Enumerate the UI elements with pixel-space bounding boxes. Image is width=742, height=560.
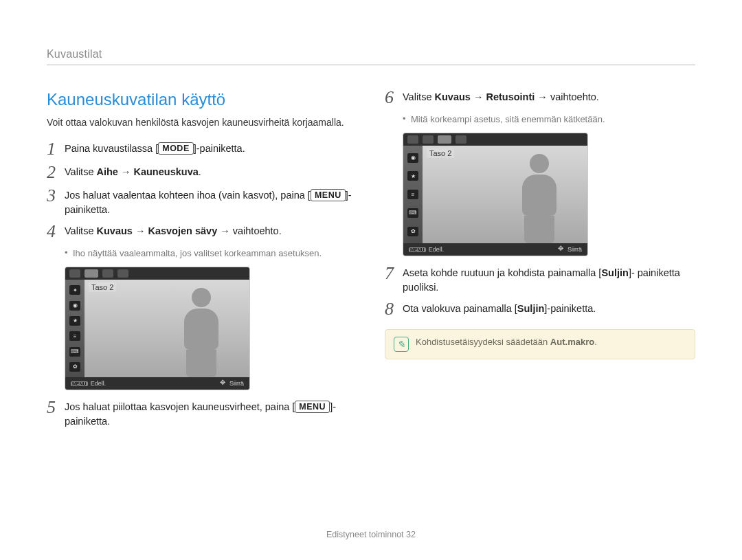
step-3: 3 Jos haluat vaalentaa kohteen ihoa (vai…: [47, 188, 357, 217]
right-column: 6 Valitse Kuvaus → Retusointi → vaihtoeh…: [385, 90, 695, 436]
screenshot-sidebar: ◉ ★ ≡ ⌨ ✿: [403, 146, 423, 243]
top-icon: [407, 135, 418, 144]
note-pre: Kohdistusetäisyydeksi säädetään: [416, 337, 550, 347]
sidebar-icon: ★: [69, 316, 80, 326]
sidebar-icon: ◉: [69, 301, 80, 311]
step-4-sub: Iho näyttää vaaleammalta, jos valitset k…: [65, 247, 357, 260]
footer-section: Edistyneet toiminnot: [326, 530, 404, 539]
step-7: 7 Aseta kohde ruutuun ja kohdista painam…: [385, 266, 695, 295]
step-number: 3: [47, 187, 65, 205]
menu-button-label: MENU: [311, 189, 346, 201]
sidebar-icon: ⌨: [407, 208, 418, 218]
step-bold: Retusointi: [486, 91, 535, 102]
page-footer: Edistyneet toiminnot 32: [0, 530, 742, 539]
nav-icon: [558, 246, 565, 253]
sidebar-icon: ✿: [69, 362, 80, 372]
menu-button-label: MENU: [295, 401, 330, 413]
step-text: →: [471, 91, 486, 102]
menu-icon: MENU: [71, 381, 88, 386]
step-text: .: [199, 166, 201, 177]
step-number: 8: [385, 300, 403, 318]
page-title: Kauneuskuvatilan käyttö: [47, 90, 357, 109]
step-4: 4 Valitse Kuvaus → Kasvojen sävy → vaiht…: [47, 224, 357, 240]
step-2: 2 Valitse Aihe → Kauneuskuva.: [47, 165, 357, 181]
screenshot-bottombar: MENUEdell. Siirrä: [65, 377, 249, 390]
footer-page: 32: [406, 530, 416, 539]
step-text: Jos haluat piilottaa kasvojen kauneusvir…: [65, 401, 295, 412]
menu-icon: MENU: [409, 247, 426, 252]
note-bold: Aut.makro: [550, 337, 594, 347]
nav-icon: [220, 380, 227, 387]
screenshot-topbar: [403, 133, 587, 146]
step-bold: Suljin: [517, 303, 544, 314]
screenshot-topbar: [65, 267, 249, 280]
step-text: Valitse: [65, 225, 96, 236]
top-icon: [456, 135, 466, 144]
screenshot-bottombar: MENUEdell. Siirrä: [403, 243, 587, 256]
step-text: Jos haluat vaalentaa kohteen ihoa (vain …: [65, 190, 311, 201]
step-bold: Kuvaus: [434, 91, 470, 102]
step-text: Valitse: [65, 166, 96, 177]
sidebar-icon: ⌨: [69, 347, 80, 357]
sidebar-icon: ◉: [407, 153, 418, 163]
back-label: Edell.: [429, 246, 445, 253]
step-number: 7: [385, 265, 403, 282]
level-label: Taso 2: [89, 282, 116, 292]
step-8: 8 Ota valokuva painamalla [Suljin]-paini…: [385, 302, 695, 318]
intro-text: Voit ottaa valokuvan henkilöstä kasvojen…: [47, 116, 357, 129]
step-bold: Suljin: [601, 267, 628, 278]
camera-screenshot-retouch: ◉ ★ ≡ ⌨ ✿ Taso 2 MENUEdell.: [403, 133, 588, 256]
step-number: 2: [47, 164, 65, 181]
move-label: Siirrä: [229, 380, 244, 387]
step-bold: Aihe: [96, 166, 117, 177]
camera-screenshot-tone: ✦ ◉ ★ ≡ ⌨ ✿ Taso 2 MENUEde: [65, 267, 250, 390]
top-icon: [117, 269, 128, 278]
top-icon: [85, 269, 98, 278]
note-text: Kohdistusetäisyydeksi säädetään Aut.makr…: [416, 337, 597, 347]
step-text: Aseta kohde ruutuun ja kohdista painamal…: [403, 267, 601, 278]
step-text: → vaihtoehto.: [535, 91, 599, 102]
back-label: Edell.: [91, 380, 106, 387]
top-icon: [69, 269, 80, 278]
note-post: .: [594, 337, 597, 347]
person-silhouette-icon: [512, 154, 567, 243]
screenshot-sidebar: ✦ ◉ ★ ≡ ⌨ ✿: [65, 280, 85, 377]
step-text: → vaihtoehto.: [217, 225, 282, 236]
sidebar-icon: ✿: [407, 227, 418, 236]
left-column: Kauneuskuvatilan käyttö Voit ottaa valok…: [47, 90, 357, 436]
info-icon: ✎: [394, 337, 409, 352]
step-bold: Kasvojen sävy: [148, 225, 217, 236]
sidebar-icon: ★: [407, 171, 418, 181]
top-icon: [438, 135, 451, 144]
screenshot-viewport: Taso 2: [423, 146, 587, 243]
step-bold: Kauneuskuva: [133, 166, 198, 177]
step-number: 5: [47, 399, 65, 416]
top-icon: [102, 269, 113, 278]
step-text: Valitse: [403, 91, 434, 102]
step-6: 6 Valitse Kuvaus → Retusointi → vaihtoeh…: [385, 90, 695, 107]
step-5: 5 Jos haluat piilottaa kasvojen kauneusv…: [47, 400, 357, 429]
sidebar-icon: ✦: [69, 285, 80, 295]
note-box: ✎ Kohdistusetäisyydeksi säädetään Aut.ma…: [385, 329, 695, 359]
step-bold: Kuvaus: [96, 225, 132, 236]
level-label: Taso 2: [427, 148, 454, 158]
top-icon: [423, 135, 434, 144]
step-text: Paina kuvaustilassa [: [65, 143, 158, 154]
screenshot-viewport: Taso 2: [85, 280, 249, 377]
step-number: 1: [47, 140, 65, 158]
step-text: ]-painiketta.: [194, 143, 245, 154]
person-silhouette-icon: [174, 288, 229, 377]
breadcrumb: Kuvaustilat: [47, 48, 695, 65]
step-text: ]-painiketta.: [544, 303, 596, 314]
sidebar-icon: ≡: [69, 331, 80, 341]
step-6-sub: Mitä korkeampi asetus, sitä enemmän kätk…: [403, 113, 695, 126]
step-text: →: [118, 166, 134, 177]
sidebar-icon: ≡: [407, 190, 418, 199]
step-number: 4: [47, 223, 65, 240]
step-1: 1 Paina kuvaustilassa [MODE]-painiketta.: [47, 142, 357, 158]
step-text: →: [133, 225, 148, 236]
move-label: Siirrä: [567, 246, 582, 253]
step-text: Ota valokuva painamalla [: [403, 303, 517, 314]
step-number: 6: [385, 89, 403, 107]
mode-button-label: MODE: [158, 142, 194, 155]
